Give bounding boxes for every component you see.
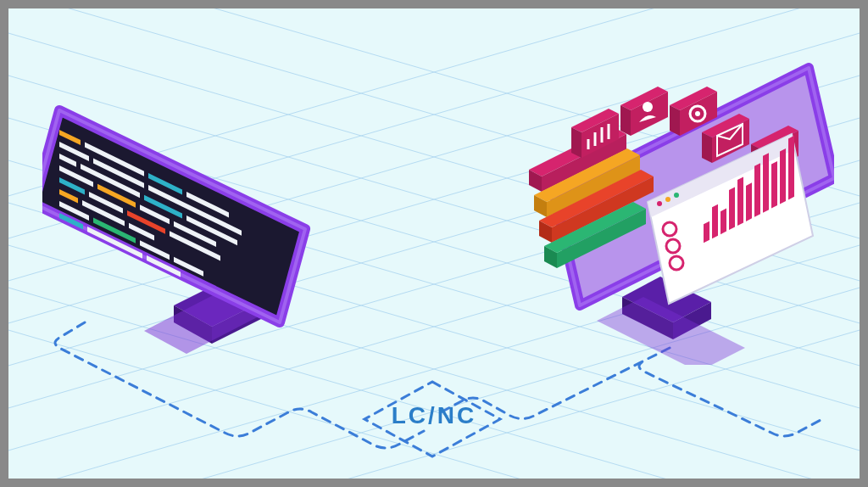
svg-point-55: [695, 111, 700, 116]
svg-rect-63: [704, 221, 709, 244]
svg-rect-69: [754, 163, 760, 217]
svg-rect-70: [763, 153, 769, 213]
svg-rect-72: [780, 148, 786, 204]
center-label: LC/NC: [392, 402, 477, 429]
svg-rect-71: [771, 161, 777, 209]
svg-rect-67: [737, 176, 743, 226]
svg-point-57: [657, 201, 662, 206]
code-monitor: [42, 59, 331, 365]
svg-rect-66: [729, 188, 735, 231]
svg-point-58: [665, 197, 670, 202]
svg-point-53: [643, 102, 653, 112]
svg-point-59: [674, 193, 679, 198]
svg-rect-68: [746, 182, 752, 221]
svg-rect-65: [721, 209, 726, 235]
user-icon: [620, 87, 668, 136]
diagram-frame: LC/NC: [8, 8, 860, 479]
svg-rect-64: [712, 204, 718, 239]
visual-builder-monitor: [520, 42, 834, 365]
svg-rect-73: [788, 136, 794, 200]
